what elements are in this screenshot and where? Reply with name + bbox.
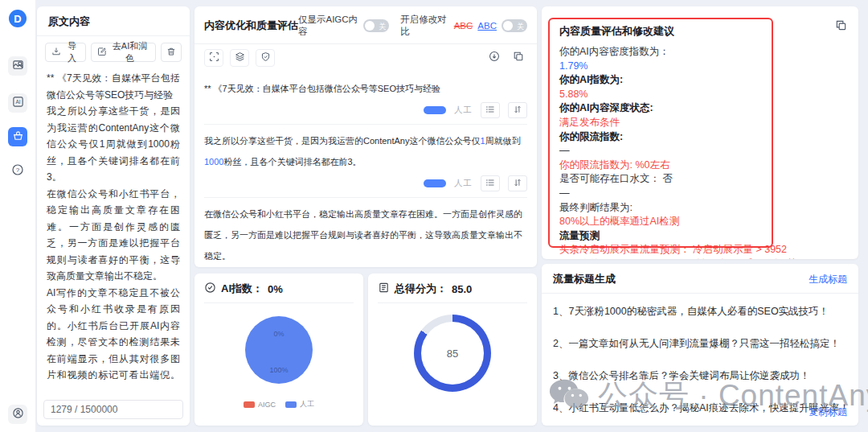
original-text-editor[interactable]: ** 《7天见效：自媒体平台包括微信公众号等SEO技巧与经验我之所以分享这些干货…	[37, 67, 190, 387]
title-suggestion[interactable]: 3、微信公众号排名靠后？学会关键词布局让你逆袭成功！	[553, 369, 847, 383]
original-content-title: 原文内容	[37, 6, 190, 36]
sidebar-item-ai-detect[interactable]: AI	[8, 93, 27, 113]
title-suggestion[interactable]: 2、一篇文章如何从无人问津到流量爆棚？只需这一招轻松搞定！	[553, 337, 847, 351]
optimized-paragraph-block: 我之所以分享这些干货，是因为我运营的ContentAny这个微信公众号仅1周就做…	[204, 130, 527, 198]
total-score-label: 总得分为：	[395, 282, 447, 296]
fullscreen-button[interactable]	[204, 49, 223, 67]
sidebar-item-image-tools[interactable]	[8, 56, 27, 76]
optimization-panel: 内容优化和质量评估 仅显示AIGC内容 关 开启修改对比 ABC ABC 关	[194, 6, 537, 267]
score-sheet-icon	[378, 282, 390, 296]
paragraph-segment: 粉丝，且各个关键词排名都在前3。	[223, 157, 361, 167]
quality-line: 满足发布条件	[559, 116, 858, 130]
import-button[interactable]: 导入	[45, 43, 86, 62]
download-button[interactable]	[485, 49, 503, 67]
score-gauge: 85	[414, 315, 491, 392]
app-sidebar: D AI ?	[0, 0, 35, 432]
optimized-text-editor[interactable]: ** 《7天见效：自媒体平台包括微信公众号等SEO技巧与经验 人工 我之所以分享…	[194, 72, 537, 267]
quality-lines: 你的AI内容密度指数为：1.79%你的AI指数为:5.88%你的AI内容深度状态…	[559, 45, 858, 259]
original-paragraph: AI写作的文章不稳定且不被公众号和小红书收录是有原因的。小红书后台已开展AI内容…	[47, 285, 180, 388]
sidebar-item-help[interactable]: ?	[8, 162, 27, 181]
sort-icon	[513, 105, 522, 117]
paragraph-segment: 1000	[204, 157, 223, 167]
legend-swatch	[285, 401, 297, 408]
char-counter: 1279 / 1500000	[43, 400, 183, 419]
shield-check-button[interactable]	[256, 49, 275, 67]
human-badge: 人工	[454, 178, 473, 189]
toolbox-icon	[12, 130, 24, 145]
quality-line: 你的限流指数为: %0左右	[559, 158, 858, 173]
ai-detect-icon: AI	[12, 96, 24, 111]
image-search-icon	[12, 59, 24, 74]
paragraph-sort-button[interactable]	[508, 102, 527, 118]
copy-icon	[835, 20, 847, 34]
total-score-card: 总得分为： 85.0 85	[368, 274, 537, 426]
ai-index-label: AI指数：	[221, 282, 263, 296]
paragraph-sort-button[interactable]	[508, 175, 527, 191]
optimization-toolbar	[194, 44, 537, 72]
fullscreen-icon	[209, 51, 219, 65]
score-gauge-chart: 85	[368, 303, 537, 416]
original-content-panel: 原文内容 导入 去AI和润色 ** 《7天见效：自媒体平台包括微信公众号等SEO…	[37, 6, 190, 426]
generate-titles-link[interactable]: 生成标题	[809, 273, 847, 286]
layers-icon	[235, 51, 245, 65]
optimized-paragraph: 在微信公众号和小红书平台，稳定输出高质量文章存在困难。一方面是创作灵感的匮乏，另…	[204, 204, 527, 266]
toggle-knob	[503, 21, 513, 31]
legend-label: AIGC	[258, 401, 276, 409]
paragraph-list-button[interactable]	[481, 102, 500, 118]
paragraph-list-button[interactable]	[481, 175, 500, 191]
pie-legend: AIGC 人工	[194, 399, 363, 409]
paragraph-segment: ** 《7天见效：自媒体平台包括微信公众号等SEO技巧与经验	[204, 84, 440, 93]
optimized-paragraph: 我之所以分享这些干货，是因为我运营的ContentAny这个微信公众号仅1周就做…	[204, 130, 527, 172]
quality-line: 是否可能存在口水文： 否	[559, 172, 858, 187]
list-icon	[485, 105, 495, 117]
seal-check-icon	[204, 282, 216, 296]
quality-advice-panel: 内容质量评估和修改建议 你的AI内容密度指数为：1.79%你的AI指数为:5.8…	[542, 6, 858, 259]
sidebar-item-account[interactable]	[8, 405, 27, 424]
list-icon	[485, 178, 495, 190]
human-score-pill	[424, 179, 446, 187]
quality-line: 最终判断结果为:	[559, 201, 858, 216]
layers-button[interactable]	[230, 49, 249, 67]
pie-label-aigc: 0%	[245, 330, 313, 338]
traffic-titles-title: 流量标题生成	[553, 272, 616, 286]
copy-advice-button[interactable]	[835, 19, 847, 35]
toggle-knob	[365, 21, 375, 31]
optimized-paragraph-block: 在微信公众号和小红书平台，稳定输出高质量文章存在困难。一方面是创作灵感的匮乏，另…	[204, 204, 527, 267]
app-logo: D	[9, 10, 27, 27]
download-icon	[489, 51, 500, 65]
quality-line: 80%以上的概率通过AI检测	[559, 215, 858, 229]
quality-line: 头条冷启动展示量流量预测： 冷启动展示量 > 3952	[559, 243, 858, 257]
quality-line: 1.79%	[559, 60, 858, 74]
legend-item[interactable]: 人工	[285, 399, 314, 409]
copy-titles-link[interactable]: 复制标题	[809, 405, 847, 419]
import-label: 导入	[64, 40, 80, 64]
quality-line: 如果你的展示量低于500，说明被限流了，和预测无关	[559, 257, 858, 259]
aigc-only-toggle[interactable]: 关	[363, 19, 389, 32]
left-toolbar: 导入 去AI和润色	[37, 36, 190, 67]
sidebar-item-toolbox[interactable]	[8, 127, 27, 146]
delete-button[interactable]	[161, 43, 182, 62]
original-paragraph: 我之所以分享这些干货，是因为我运营的ContentAny这个微信公众号仅1周就做…	[47, 103, 180, 186]
account-icon	[12, 407, 24, 422]
quality-line: 你的AI内容深度状态:	[559, 101, 858, 116]
sort-icon	[513, 178, 522, 190]
trash-icon	[166, 47, 176, 58]
gauge-center-value: 85	[421, 322, 484, 385]
title-suggestion[interactable]: 4、小红书互动量低怎么办？揭秘AI痕迹去除术，快速提升曝光率！	[553, 401, 847, 415]
ai-pie: 0% 100%	[245, 316, 313, 384]
paragraph-meta-row: 人工	[204, 101, 527, 120]
title-suggestion[interactable]: 1、7天涨粉1000的秘密武器，自媒体人必看的SEO实战技巧！	[553, 305, 847, 319]
copy-content-button[interactable]	[510, 49, 527, 67]
legend-item[interactable]: AIGC	[244, 401, 276, 409]
diff-compare-toggle[interactable]: 关	[502, 19, 527, 32]
paragraph-segment: 在微信公众号和小红书平台，稳定输出高质量文章存在困难。一方面是创作灵感的匮乏，另…	[204, 209, 522, 261]
ai-index-header: AI指数： 0%	[194, 274, 363, 302]
remove-ai-polish-button[interactable]: 去AI和润色	[91, 43, 156, 62]
shield-icon	[260, 51, 271, 65]
original-paragraph: 在微信公众号和小红书平台，稳定输出高质量文章存在困难。一方面是创作灵感的匮乏，另…	[47, 186, 180, 285]
optimization-header: 内容优化和质量评估 仅显示AIGC内容 关 开启修改对比 ABC ABC 关	[194, 6, 537, 44]
toggle-off-char: 关	[517, 22, 524, 32]
paragraph-divider	[204, 197, 527, 198]
human-badge: 人工	[454, 105, 473, 116]
ai-index-card: AI指数： 0% 0% 100% AIGC 人工	[194, 274, 363, 426]
